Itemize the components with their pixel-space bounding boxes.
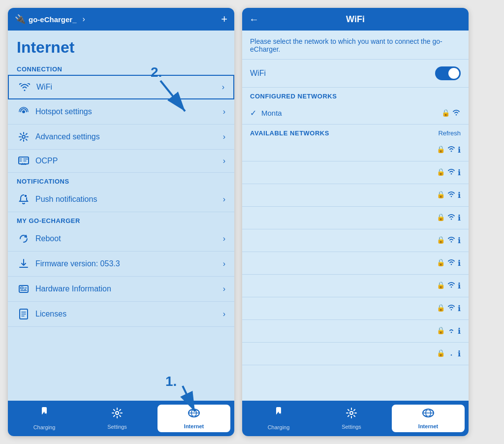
right-nav-charging[interactable]: Charging: [242, 401, 315, 436]
right-settings-nav-label: Settings: [342, 424, 361, 430]
menu-item-hardware[interactable]: Hardware Information ›: [8, 277, 234, 302]
left-screen: 🔌 go-eCharger_ › + Internet CONNECTION: [8, 8, 234, 436]
available-network-2[interactable]: 🔒 ℹ: [242, 161, 469, 184]
nav-settings[interactable]: Settings: [81, 401, 154, 436]
section-connection-label: CONNECTION: [8, 61, 234, 75]
menu-item-ocpp[interactable]: OCPP ›: [8, 150, 234, 173]
app-icon: 🔌: [15, 14, 26, 25]
hotspot-icon: [17, 106, 31, 117]
settings-nav-label: Settings: [107, 424, 127, 430]
right-charging-nav-label: Charging: [268, 424, 290, 430]
available-network-7[interactable]: 🔒 ℹ: [242, 275, 469, 297]
svg-rect-5: [21, 287, 23, 289]
settings-nav-icon: [111, 407, 123, 422]
lock-icon: 🔒: [437, 349, 445, 358]
right-internet-nav-label: Internet: [418, 423, 438, 429]
nav-internet[interactable]: Internet: [157, 404, 231, 433]
reboot-icon: [17, 233, 31, 244]
available-network-5[interactable]: 🔒 ℹ: [242, 229, 469, 252]
section-notifications-label: NOTIFICATIONS: [8, 173, 234, 187]
lock-icon: 🔒: [437, 304, 445, 313]
menu-item-wifi[interactable]: WiFi ›: [8, 75, 234, 99]
available-network-4[interactable]: 🔒 ℹ: [242, 207, 469, 229]
lock-icon: 🔒: [437, 190, 445, 200]
svg-rect-2: [19, 157, 29, 164]
info-icon: ℹ: [458, 168, 461, 177]
menu-item-advanced[interactable]: Advanced settings ›: [8, 125, 234, 150]
hardware-icon: [17, 284, 31, 294]
push-notifications-label: Push notifications: [35, 195, 223, 204]
available-network-9[interactable]: 🔒 ℹ: [242, 320, 469, 343]
hotspot-chevron-icon: ›: [223, 107, 225, 116]
available-network-3[interactable]: 🔒 ℹ: [242, 184, 469, 207]
lock-icon: 🔒: [437, 236, 445, 245]
wifi-toggle-row: WiFi: [242, 60, 469, 88]
push-chevron-icon: ›: [223, 195, 225, 204]
right-settings-nav-icon: [346, 407, 357, 422]
right-internet-nav-icon: [422, 408, 435, 421]
info-icon: ℹ: [458, 213, 461, 222]
wifi-label: WiFi: [36, 83, 222, 92]
available-network-1[interactable]: 🔒 ℹ: [242, 139, 469, 161]
section-my-go-echarger-label: MY GO-ECHARGER: [8, 212, 234, 226]
lock-icon: 🔒: [437, 258, 445, 268]
right-nav-settings[interactable]: Settings: [315, 401, 388, 436]
refresh-button[interactable]: Refresh: [438, 129, 461, 137]
lock-icon: 🔒: [437, 168, 445, 177]
lock-icon: 🔒: [437, 145, 445, 155]
charging-nav-label: Charging: [33, 424, 56, 430]
charging-nav-icon: [39, 407, 50, 422]
back-button[interactable]: ←: [249, 14, 259, 25]
info-icon: ℹ: [458, 258, 461, 268]
lock-icon: 🔒: [437, 281, 445, 290]
lock-icon: 🔒: [441, 109, 450, 117]
menu-item-reboot[interactable]: Reboot ›: [8, 226, 234, 252]
right-screen: ← WiFi Please select the network to whic…: [242, 8, 469, 436]
ocpp-chevron-icon: ›: [223, 157, 225, 165]
wifi-signal-icon: [452, 109, 461, 117]
info-icon: ℹ: [458, 145, 461, 155]
left-top-bar: 🔌 go-eCharger_ › +: [8, 8, 234, 31]
bell-icon: [17, 194, 31, 205]
left-bottom-nav: Charging Settings: [8, 401, 234, 436]
available-network-10[interactable]: 🔒 ℹ: [242, 343, 469, 365]
svg-point-20: [350, 412, 353, 414]
left-content: Internet CONNECTION WiFi ›: [8, 31, 234, 401]
menu-item-push[interactable]: Push notifications ›: [8, 187, 234, 212]
info-icon: ℹ: [458, 349, 461, 358]
configured-network-monta[interactable]: ✓ Monta 🔒: [242, 102, 469, 125]
reboot-chevron-icon: ›: [223, 234, 225, 243]
hardware-chevron-icon: ›: [223, 285, 225, 293]
page-title: Internet: [17, 38, 225, 57]
available-network-8[interactable]: 🔒 ℹ: [242, 297, 469, 320]
page-header: Internet: [8, 31, 234, 61]
wifi-description: Please select the network to which you w…: [242, 31, 469, 60]
advanced-settings-icon: [17, 131, 31, 142]
checkmark-icon: ✓: [250, 108, 256, 118]
menu-item-firmware[interactable]: Firmware version: 053.3 ›: [8, 252, 234, 277]
available-networks-label: AVAILABLE NETWORKS: [250, 129, 329, 137]
ocpp-icon: [17, 157, 31, 165]
reboot-label: Reboot: [35, 234, 223, 243]
menu-item-hotspot[interactable]: Hotspot settings ›: [8, 99, 234, 125]
available-network-1-icons: 🔒 ℹ: [437, 145, 461, 155]
wifi-chevron-icon: ›: [222, 83, 224, 92]
internet-nav-icon: [188, 408, 200, 421]
app-title: go-eCharger_: [29, 15, 77, 24]
hotspot-label: Hotspot settings: [35, 107, 223, 116]
wifi-toggle-switch[interactable]: [435, 66, 461, 80]
right-nav-internet[interactable]: Internet: [391, 404, 466, 433]
svg-point-3: [24, 194, 27, 197]
licenses-icon: [17, 309, 31, 319]
firmware-chevron-icon: ›: [223, 259, 225, 268]
menu-item-licenses[interactable]: Licenses ›: [8, 302, 234, 327]
wifi-screen-title: WiFi: [346, 14, 365, 25]
licenses-label: Licenses: [35, 310, 223, 318]
add-button[interactable]: +: [221, 13, 227, 26]
licenses-chevron-icon: ›: [223, 310, 225, 318]
ocpp-label: OCPP: [35, 157, 223, 165]
wifi-icon: [18, 83, 32, 91]
wifi-toggle-label: WiFi: [250, 69, 266, 78]
available-network-6[interactable]: 🔒 ℹ: [242, 252, 469, 275]
nav-charging[interactable]: Charging: [8, 401, 81, 436]
